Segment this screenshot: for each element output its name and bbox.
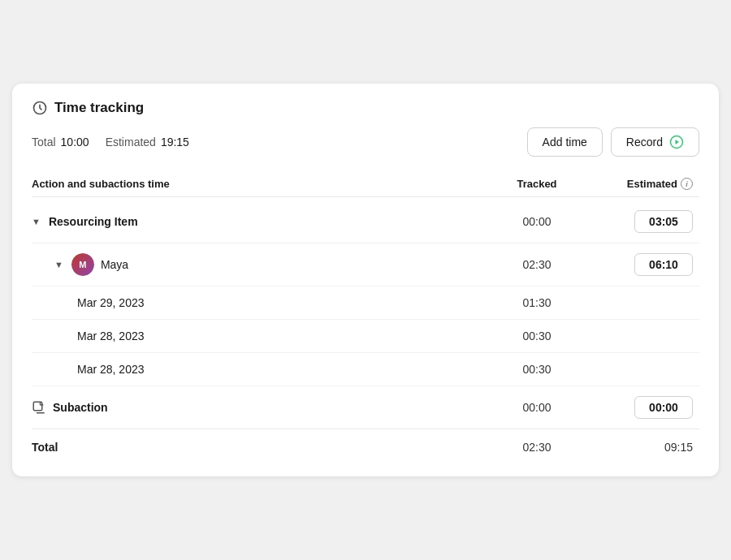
record-button[interactable]: Record <box>611 127 699 157</box>
clock-icon <box>32 100 48 116</box>
table-row: ▼ M Maya 02:30 06:10 <box>32 243 699 286</box>
table-row: Mar 28, 2023 00:30 <box>32 320 699 353</box>
row-item-label: Maya <box>101 258 128 271</box>
subaction-icon <box>32 400 46 415</box>
estimated-cell: 03:05 <box>586 210 699 233</box>
table-body: ▼ Resourcing Item 00:00 03:05 ▼ M Maya 0… <box>32 200 699 429</box>
avatar: M <box>71 253 94 276</box>
add-time-button[interactable]: Add time <box>527 127 603 157</box>
tracked-value: 02:30 <box>488 258 586 271</box>
table-header: Action and subactions time Tracked Estim… <box>32 171 699 197</box>
tracked-value: 01:30 <box>488 296 586 309</box>
estimated-box[interactable]: 06:10 <box>634 253 693 276</box>
time-tracking-card: Time tracking Total 10:00 Estimated 19:1… <box>12 84 719 476</box>
total-row: Total 02:30 09:15 <box>32 429 699 457</box>
tracked-value: 00:30 <box>488 330 586 342</box>
row-item-label: Resourcing Item <box>49 215 138 228</box>
row-label: Subaction <box>32 400 488 415</box>
chevron-down-icon[interactable]: ▼ <box>32 217 41 226</box>
info-icon: i <box>681 178 693 190</box>
estimated-value: 19:15 <box>161 136 189 149</box>
table-row: Mar 28, 2023 00:30 <box>32 353 699 386</box>
estimated-box[interactable]: 00:00 <box>634 396 693 419</box>
row-item-label: Mar 28, 2023 <box>77 363 145 376</box>
table-row: Subaction 00:00 00:00 <box>32 386 699 429</box>
estimated-cell: 06:10 <box>586 253 699 276</box>
row-label: ▼ Resourcing Item <box>32 215 488 228</box>
row-label: Mar 29, 2023 <box>32 296 488 309</box>
header-title: Time tracking <box>32 100 144 116</box>
estimated-label: Estimated <box>106 136 156 149</box>
row-item-label: Subaction <box>53 401 108 414</box>
row-label: Mar 28, 2023 <box>32 363 488 376</box>
table-row: ▼ Resourcing Item 00:00 03:05 <box>32 200 699 243</box>
estimated-cell: 00:00 <box>586 396 699 419</box>
summary-row: Total 10:00 Estimated 19:15 Add time Rec… <box>32 127 699 157</box>
chevron-down-icon[interactable]: ▼ <box>54 260 63 269</box>
page-title: Time tracking <box>54 100 144 116</box>
row-label: ▼ M Maya <box>32 253 488 276</box>
svg-marker-2 <box>676 140 680 144</box>
estimated-box[interactable]: 03:05 <box>634 210 693 233</box>
col-estimated: Estimated i <box>586 178 699 190</box>
tracked-value: 00:00 <box>488 215 586 228</box>
total-label: Total <box>32 136 56 149</box>
estimated-col-label: Estimated <box>627 178 677 190</box>
total-row-label: Total <box>32 441 488 454</box>
tracked-value: 00:00 <box>488 401 586 414</box>
table-row: Mar 29, 2023 01:30 <box>32 286 699 320</box>
record-label: Record <box>626 136 663 149</box>
summary-actions: Add time Record <box>527 127 699 157</box>
play-icon <box>669 135 684 149</box>
total-estimated: 09:15 <box>586 441 699 454</box>
total-tracked: 02:30 <box>488 441 586 454</box>
col-tracked: Tracked <box>488 178 586 190</box>
header-row: Time tracking <box>32 100 699 116</box>
row-item-label: Mar 28, 2023 <box>77 330 145 342</box>
tracked-value: 00:30 <box>488 363 586 376</box>
col-action: Action and subactions time <box>32 178 488 190</box>
row-item-label: Mar 29, 2023 <box>77 296 145 309</box>
avatar-image: M <box>71 253 94 276</box>
total-value: 10:00 <box>61 136 89 149</box>
row-label: Mar 28, 2023 <box>32 330 488 342</box>
